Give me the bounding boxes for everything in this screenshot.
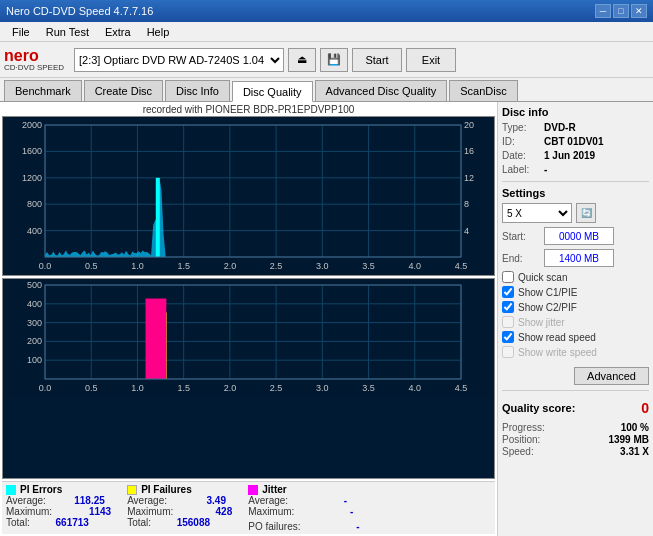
jitter-max: - (298, 506, 353, 517)
tab-advanced-disc-quality[interactable]: Advanced Disc Quality (315, 80, 448, 101)
jitter-avg: - (292, 495, 347, 506)
drive-selector[interactable]: [2:3] Optiarc DVD RW AD-7240S 1.04 (74, 48, 284, 72)
menubar: File Run Test Extra Help (0, 22, 653, 42)
progress-label: Progress: (502, 422, 545, 433)
titlebar: Nero CD-DVD Speed 4.7.7.16 ─ □ ✕ (0, 0, 653, 22)
menu-help[interactable]: Help (139, 24, 178, 40)
speed-select[interactable]: 5 X (502, 203, 572, 223)
speed-label: Speed: (502, 446, 534, 457)
show-write-speed-checkbox[interactable] (502, 346, 514, 358)
pi-errors-avg: 118.25 (50, 495, 105, 506)
show-c1pie-label[interactable]: Show C1/PIE (518, 287, 577, 298)
tab-benchmark[interactable]: Benchmark (4, 80, 82, 101)
pi-failures-max: 428 (177, 506, 232, 517)
exit-button[interactable]: Exit (406, 48, 456, 72)
jitter-color (248, 485, 258, 495)
close-button[interactable]: ✕ (631, 4, 647, 18)
jitter-label: Jitter (262, 484, 286, 495)
save-button[interactable]: 💾 (320, 48, 348, 72)
start-input[interactable] (544, 227, 614, 245)
pi-errors-label: PI Errors (20, 484, 62, 495)
chart-title: recorded with PIONEER BDR-PR1EPDVPP100 (2, 104, 495, 115)
eject-button[interactable]: ⏏ (288, 48, 316, 72)
type-value: DVD-R (544, 122, 576, 133)
start-button[interactable]: Start (352, 48, 402, 72)
speed-value: 3.31 X (620, 446, 649, 457)
show-read-speed-label[interactable]: Show read speed (518, 332, 596, 343)
id-value: CBT 01DV01 (544, 136, 603, 147)
app-title: Nero CD-DVD Speed 4.7.7.16 (6, 5, 153, 17)
quick-scan-checkbox[interactable] (502, 271, 514, 283)
tab-disc-quality[interactable]: Disc Quality (232, 81, 313, 102)
right-panel: Disc info Type: DVD-R ID: CBT 01DV01 Dat… (498, 102, 653, 536)
tab-scan-disc[interactable]: ScanDisc (449, 80, 517, 101)
tab-bar: Benchmark Create Disc Disc Info Disc Qua… (0, 78, 653, 102)
refresh-button[interactable]: 🔄 (576, 203, 596, 223)
show-jitter-checkbox[interactable] (502, 316, 514, 328)
advanced-button[interactable]: Advanced (574, 367, 649, 385)
disc-label-value: - (544, 164, 547, 175)
show-read-speed-checkbox[interactable] (502, 331, 514, 343)
pi-failures-avg: 3.49 (171, 495, 226, 506)
po-failures-value: - (305, 521, 360, 532)
disc-label-label: Label: (502, 164, 540, 175)
pi-errors-max: 1143 (56, 506, 111, 517)
progress-value: 100 % (621, 422, 649, 433)
tab-create-disc[interactable]: Create Disc (84, 80, 163, 101)
tab-disc-info[interactable]: Disc Info (165, 80, 230, 101)
position-value: 1399 MB (608, 434, 649, 445)
pi-failures-stats: PI Failures Average: 3.49 Maximum: 428 T… (127, 484, 232, 532)
pi-errors-stats: PI Errors Average: 118.25 Maximum: 1143 … (6, 484, 111, 532)
divider-2 (502, 390, 649, 391)
start-label: Start: (502, 231, 540, 242)
date-value: 1 Jun 2019 (544, 150, 595, 161)
window-controls: ─ □ ✕ (595, 4, 647, 18)
pi-failures-total: 156088 (155, 517, 210, 528)
show-c2pif-checkbox[interactable] (502, 301, 514, 313)
divider-1 (502, 181, 649, 182)
bottom-chart (2, 278, 495, 479)
disc-info-title: Disc info (502, 106, 649, 118)
top-chart (2, 116, 495, 276)
quality-score-label: Quality score: (502, 402, 575, 414)
date-label: Date: (502, 150, 540, 161)
show-write-speed-label[interactable]: Show write speed (518, 347, 597, 358)
end-input[interactable] (544, 249, 614, 267)
pi-failures-label: PI Failures (141, 484, 192, 495)
menu-extra[interactable]: Extra (97, 24, 139, 40)
show-c1pie-checkbox[interactable] (502, 286, 514, 298)
quick-scan-label[interactable]: Quick scan (518, 272, 567, 283)
pi-errors-total: 661713 (34, 517, 89, 528)
menu-file[interactable]: File (4, 24, 38, 40)
main-content: recorded with PIONEER BDR-PR1EPDVPP100 P… (0, 102, 653, 536)
position-label: Position: (502, 434, 540, 445)
app-logo: nero CD·DVD SPEED (4, 48, 64, 72)
progress-section: Progress: 100 % Position: 1399 MB Speed:… (502, 422, 649, 458)
stats-bar: PI Errors Average: 118.25 Maximum: 1143 … (2, 481, 495, 534)
type-label: Type: (502, 122, 540, 133)
pi-failures-color (127, 485, 137, 495)
settings-title: Settings (502, 187, 649, 199)
chart-area: recorded with PIONEER BDR-PR1EPDVPP100 P… (0, 102, 498, 536)
quality-score-value: 0 (641, 400, 649, 416)
toolbar: nero CD·DVD SPEED [2:3] Optiarc DVD RW A… (0, 42, 653, 78)
minimize-button[interactable]: ─ (595, 4, 611, 18)
jitter-stats: Jitter Average: - Maximum: - PO failures… (248, 484, 359, 532)
pi-errors-color (6, 485, 16, 495)
show-jitter-label[interactable]: Show jitter (518, 317, 565, 328)
show-c2pif-label[interactable]: Show C2/PIF (518, 302, 577, 313)
menu-run-test[interactable]: Run Test (38, 24, 97, 40)
maximize-button[interactable]: □ (613, 4, 629, 18)
id-label: ID: (502, 136, 540, 147)
end-label: End: (502, 253, 540, 264)
